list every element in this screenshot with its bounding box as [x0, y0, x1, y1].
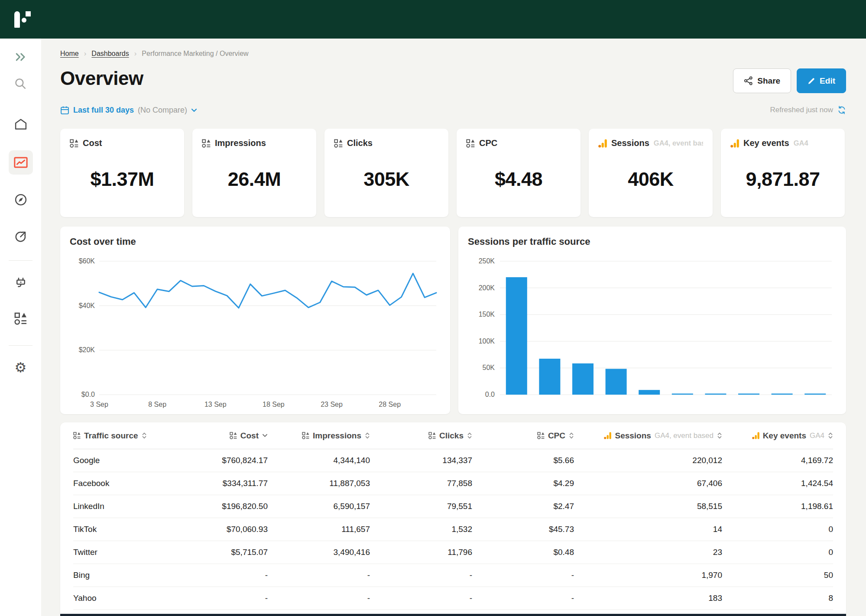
column-header-cpc[interactable]: CPC — [472, 431, 574, 441]
google-analytics-icon — [604, 432, 611, 439]
kpi-label: Sessions — [611, 138, 649, 148]
cost-over-time-line-chart: $0.0$20K$40K$60K3 Sep8 Sep13 Sep18 Sep23… — [70, 250, 441, 409]
kpi-header: SessionsGA4, event bas — [598, 138, 703, 148]
funnel-logo[interactable] — [14, 10, 36, 28]
kpi-card-key-events: Key eventsGA49,871.87 — [721, 129, 845, 217]
kpi-header: Impressions — [202, 138, 307, 148]
value-cell: 79,551 — [370, 502, 472, 511]
kpi-header: Key eventsGA4 — [730, 138, 835, 148]
table-row-twitter: Twitter$5,715.073,490,41611,796$0.48230 — [73, 541, 833, 564]
value-cell: $5,715.07 — [177, 548, 268, 557]
kpi-card-sessions: SessionsGA4, event bas406K — [589, 129, 713, 217]
sidebar-item-search[interactable] — [10, 73, 31, 94]
value-cell: $5.66 — [472, 456, 574, 465]
kpi-card-cpc: CPC$4.48 — [457, 129, 581, 217]
sessions-bar-chart: 0.050K100K150K200K250K — [468, 250, 837, 409]
sidebar-item-explore[interactable] — [10, 189, 31, 210]
column-label: Impressions — [313, 431, 361, 441]
value-cell: 1,424.54 — [722, 479, 833, 488]
kpi-header: CPC — [466, 138, 571, 148]
traffic-source-cell: TikTok — [73, 525, 177, 534]
header-actions: Share Edit — [733, 68, 846, 93]
sidebar-expand-button[interactable] — [10, 46, 31, 67]
sidebar-item-export[interactable] — [10, 226, 31, 247]
google-analytics-icon — [730, 139, 739, 148]
share-button[interactable]: Share — [733, 68, 791, 93]
shapes-icon — [230, 432, 237, 439]
table-row-linkedin: LinkedIn$196,820.506,590,15779,551$2.475… — [73, 495, 833, 518]
sidebar-item-home[interactable] — [10, 114, 31, 135]
sort-updown-icon — [365, 432, 370, 439]
edit-button[interactable]: Edit — [797, 68, 846, 93]
svg-text:28 Sep: 28 Sep — [379, 401, 401, 408]
kpi-badge: GA4 — [794, 139, 808, 147]
kpi-label: Clicks — [347, 138, 373, 148]
value-cell: 11,887,053 — [268, 479, 370, 488]
breadcrumb-separator-icon: › — [134, 49, 137, 58]
compass-icon — [14, 193, 27, 206]
refresh-area: Refreshed just now — [770, 106, 846, 114]
kpi-header: Cost — [70, 138, 175, 148]
column-label: Traffic source — [84, 431, 138, 441]
traffic-source-cell: Bing — [73, 571, 177, 580]
table-row-facebook: Facebook$334,311.7711,887,05377,858$4.29… — [73, 472, 833, 495]
sessions-per-source-chart-card: Sessions per traffic source 0.050K100K15… — [458, 227, 846, 414]
svg-text:100K: 100K — [479, 337, 495, 345]
page-title: Overview — [60, 68, 846, 89]
value-cell: 0 — [722, 548, 833, 557]
shapes-icon — [302, 432, 309, 439]
search-icon — [14, 77, 27, 91]
value-cell: 1,970 — [574, 571, 722, 580]
date-range-filter[interactable]: Last full 30 days (No Compare) — [60, 106, 197, 115]
value-cell: 4,344,140 — [268, 456, 370, 465]
sort-updown-icon — [717, 432, 722, 439]
line-chart-icon — [14, 157, 28, 168]
kpi-label: Key events — [743, 138, 789, 148]
value-cell: - — [370, 571, 472, 580]
svg-text:3 Sep: 3 Sep — [90, 401, 108, 408]
sidebar-item-data[interactable] — [10, 308, 31, 329]
shapes-icon — [70, 139, 78, 148]
sort-desc-icon — [262, 434, 268, 438]
refresh-icon[interactable] — [837, 106, 846, 114]
sidebar-item-settings[interactable]: ⚙ — [10, 357, 31, 378]
kpi-value: $4.48 — [466, 168, 571, 191]
refresh-status: Refreshed just now — [770, 106, 833, 114]
arrow-up-right-circle-icon — [14, 230, 27, 243]
svg-text:23 Sep: 23 Sep — [321, 401, 343, 408]
breadcrumb-current: Performance Marketing / Overview — [142, 50, 248, 58]
pencil-icon — [808, 77, 815, 85]
column-header-traffic-source[interactable]: Traffic source — [73, 431, 177, 441]
value-cell: 1,198.61 — [722, 502, 833, 511]
svg-text:150K: 150K — [479, 311, 495, 318]
breadcrumb-dashboards[interactable]: Dashboards — [91, 50, 129, 58]
kpi-card-impressions: Impressions26.4M — [192, 129, 316, 217]
value-cell: 4,169.72 — [722, 456, 833, 465]
sidebar-item-dashboards[interactable] — [9, 150, 33, 175]
gear-icon: ⚙ — [15, 361, 27, 374]
svg-text:$60K: $60K — [79, 257, 95, 265]
column-label: CPC — [548, 431, 565, 441]
breadcrumb-home[interactable]: Home — [60, 50, 79, 58]
kpi-value: $1.37M — [70, 168, 175, 191]
shapes-icon — [466, 139, 475, 148]
value-cell: 8 — [722, 593, 833, 603]
app-window: ⚙ Home › Dashboards › Performance Market… — [0, 0, 866, 616]
value-cell: - — [472, 593, 574, 603]
column-header-sessions[interactable]: SessionsGA4, event based — [574, 431, 722, 441]
breadcrumb-separator-icon: › — [84, 49, 87, 58]
shapes-icon — [202, 139, 211, 148]
table-row-bing: Bing----1,97050 — [73, 564, 833, 587]
value-cell: $0.48 — [472, 548, 574, 557]
breadcrumb: Home › Dashboards › Performance Marketin… — [60, 49, 846, 58]
sidebar-item-connectors[interactable] — [10, 273, 31, 294]
column-header-cost[interactable]: Cost — [177, 431, 268, 441]
chevron-down-icon — [191, 108, 197, 112]
kpi-card-clicks: Clicks305K — [324, 129, 448, 217]
shapes-icon — [334, 139, 343, 148]
kpi-row: Cost$1.37MImpressions26.4MClicks305KCPC$… — [60, 129, 846, 217]
column-header-clicks[interactable]: Clicks — [370, 431, 472, 441]
column-header-impressions[interactable]: Impressions — [268, 431, 370, 441]
column-header-key-events[interactable]: Key eventsGA4 — [722, 431, 833, 441]
traffic-source-cell: Twitter — [73, 548, 177, 557]
